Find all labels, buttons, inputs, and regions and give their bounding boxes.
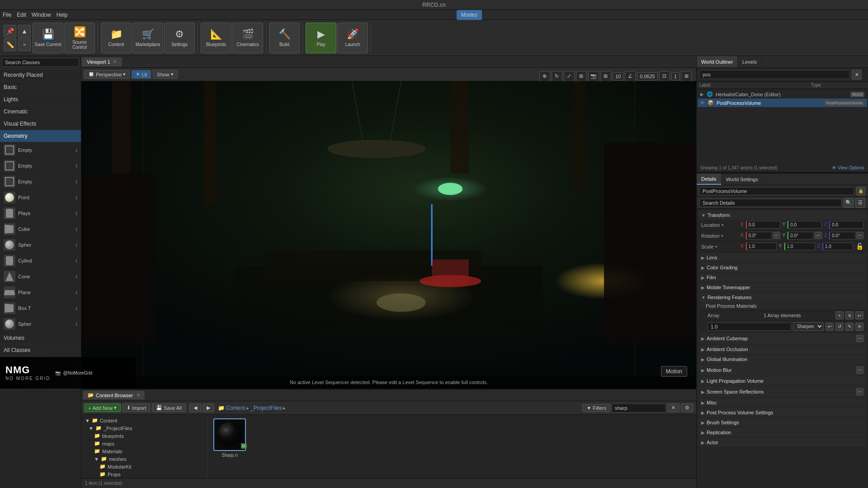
list-item[interactable]: ▼ 📁 Content (83, 417, 206, 424)
marketplace-button[interactable]: 🛒 Marketplace (132, 23, 163, 53)
motion-blur-reset-button[interactable]: ↩ (856, 366, 863, 374)
search-clear-button[interactable]: ✕ (667, 404, 679, 412)
info-icon-9[interactable]: ℹ (75, 274, 77, 279)
vp-translate-icon[interactable]: ⊕ (539, 71, 550, 82)
save-current-button[interactable]: 💾 Save Current (33, 23, 63, 53)
content-browser-tab-close[interactable]: ✕ (137, 393, 140, 398)
toolbar-small-btn-1[interactable]: 📌 (4, 25, 16, 38)
viewport-tab-1-close[interactable]: ✕ (113, 59, 117, 64)
rendering-features-header[interactable]: ▼ Rendering Features (698, 293, 866, 302)
light-propagation-header[interactable]: ▶ Light Propagation Volume (698, 376, 866, 385)
perspective-button[interactable]: 🔲 Perspective ▾ (84, 70, 130, 79)
list-item[interactable]: Cone ℹ (0, 269, 81, 285)
content-button[interactable]: 📁 Content (101, 23, 132, 53)
world-settings-tab[interactable]: World Settings (722, 174, 763, 185)
modes-button[interactable]: Modes (457, 10, 482, 20)
menu-item-window[interactable]: Window (32, 12, 51, 18)
vp-camera-icon[interactable]: 📷 (588, 71, 599, 82)
build-button[interactable]: 🔨 Build (269, 23, 300, 53)
scale-z-input[interactable] (822, 243, 853, 250)
rotation-arrow-icon[interactable]: ▾ (721, 234, 723, 238)
list-item[interactable]: 👁 📦 PostProcessVolume PostProcessVolume (698, 99, 867, 107)
category-visual-effects[interactable]: Visual Effects (0, 118, 81, 130)
array-value-input[interactable] (708, 323, 791, 331)
content-search-input[interactable] (612, 404, 666, 413)
lit-button[interactable]: ☀ Lit (132, 70, 151, 79)
category-cinematic[interactable]: Cinematic (0, 106, 81, 118)
film-section-header[interactable]: ▶ Film (698, 273, 866, 282)
toolbar-small-btn-3[interactable]: ▲ (18, 25, 31, 38)
rotation-y-reset-button[interactable]: ↩ (815, 232, 822, 239)
color-grading-header[interactable]: ▶ Color Grading (698, 263, 866, 272)
vp-grid-snap-icon[interactable]: ⊞ (600, 71, 611, 82)
array-reset-button[interactable]: ↩ (855, 311, 863, 319)
category-recently-placed[interactable]: Recently Placed (0, 69, 81, 81)
info-icon-6[interactable]: ℹ (75, 227, 77, 232)
info-icon-7[interactable]: ℹ (75, 243, 77, 248)
world-outliner-tab[interactable]: World Outliner (697, 56, 738, 67)
play-button[interactable]: ▶ Play (306, 23, 336, 53)
list-item[interactable]: ▼ 📁 meshes (83, 455, 206, 463)
vp-extra-icon[interactable]: ⊞ (576, 71, 587, 82)
location-arrow-icon[interactable]: ▾ (722, 223, 724, 227)
location-y-input[interactable] (788, 221, 822, 229)
array-add-button[interactable]: + (835, 311, 844, 319)
scale-arrow-icon[interactable]: ▾ (715, 244, 717, 249)
list-item[interactable]: Spher ℹ (0, 316, 81, 332)
array-item-undo-button[interactable]: ↺ (835, 323, 844, 331)
rotation-x-input[interactable] (746, 232, 772, 239)
category-lights[interactable]: Lights (0, 94, 81, 106)
menu-item-edit[interactable]: Edit (17, 12, 26, 18)
list-item[interactable]: 📁 ModularKit (83, 463, 206, 470)
settings-button[interactable]: ⚙ Settings (164, 23, 195, 53)
viewport[interactable]: No active Level Sequencer detected. Plea… (81, 81, 696, 389)
info-icon-4[interactable]: ℹ (75, 195, 77, 200)
breadcrumb-projectfiles[interactable]: _ProjectFiles (250, 405, 282, 411)
list-item[interactable]: Point ℹ (0, 190, 81, 206)
import-button[interactable]: ⬇ Import (123, 404, 150, 412)
list-item[interactable]: Empty ℹ (0, 174, 81, 190)
list-item[interactable]: Empty ℹ (0, 158, 81, 174)
search-classes-input[interactable] (2, 58, 79, 67)
nav-forward-button[interactable]: ▶ (203, 404, 214, 412)
misc-section-header[interactable]: ▶ Misc (698, 398, 866, 407)
array-item-reset-button[interactable]: ↩ (826, 323, 834, 331)
list-item[interactable]: 📁 maps (83, 440, 206, 447)
replication-header[interactable]: ▶ Replication (698, 428, 866, 437)
list-item[interactable]: ▶ 🌐 HerbalistCabin_Done (Editor) World (698, 90, 867, 99)
rotation-y-input[interactable] (788, 232, 814, 239)
location-x-input[interactable] (746, 221, 780, 229)
info-icon-8[interactable]: ℹ (75, 258, 77, 263)
ssr-reset-button[interactable]: ↩ (856, 388, 863, 395)
rotation-x-reset-button[interactable]: ↩ (773, 232, 780, 239)
list-item[interactable]: ▼ 📁 _ProjectFiles (83, 424, 206, 432)
nav-back-button[interactable]: ◀ (189, 404, 201, 412)
vp-viewport-layout-icon[interactable]: ⊞ (681, 71, 692, 82)
actor-header[interactable]: ▶ Actor (698, 438, 866, 447)
array-type-select[interactable]: Sharpen Bloom (793, 322, 824, 331)
details-object-name-input[interactable] (699, 187, 854, 195)
breadcrumb-content[interactable]: Content (226, 405, 245, 411)
list-item[interactable]: Spher ℹ (0, 237, 81, 253)
outliner-search-close-button[interactable]: ✕ (852, 70, 862, 80)
view-options-button[interactable]: 👁 View Options (832, 165, 864, 170)
list-item[interactable]: Cube ℹ (0, 221, 81, 237)
list-item[interactable]: 📁 blueprints (83, 432, 206, 440)
screen-space-reflections-header[interactable]: ▶ Screen Space Reflections ↩ (698, 386, 866, 397)
details-lock-button[interactable]: 🔒 (856, 187, 865, 196)
info-icon-1[interactable]: ℹ (75, 148, 77, 153)
lens-section-header[interactable]: ▶ Lens (698, 253, 866, 262)
list-item[interactable]: Plane ℹ (0, 285, 81, 300)
brush-settings-header[interactable]: ▶ Brush Settings (698, 418, 866, 427)
vp-rotate-icon[interactable]: ↻ (552, 71, 562, 82)
array-item-delete-button[interactable]: ✕ (855, 323, 863, 331)
menu-item-file[interactable]: File (3, 12, 11, 18)
array-remove-button[interactable]: ✕ (845, 311, 854, 319)
info-icon-2[interactable]: ℹ (75, 164, 77, 169)
location-z-input[interactable] (829, 221, 863, 229)
rotation-z-input[interactable] (829, 232, 855, 239)
global-illumination-header[interactable]: ▶ Global Illumination (698, 355, 866, 364)
info-icon-5[interactable]: ℹ (75, 211, 77, 216)
toolbar-small-btn-2[interactable]: ✏️ (4, 38, 16, 51)
info-icon-3[interactable]: ℹ (75, 179, 77, 184)
